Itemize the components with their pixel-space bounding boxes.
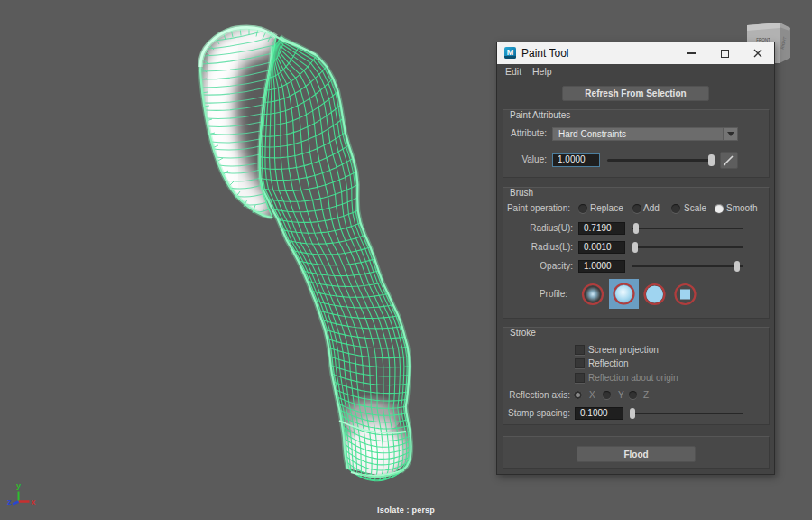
svg-text:x: x (32, 497, 36, 506)
svg-text:z: z (7, 497, 12, 506)
svg-text:y: y (16, 481, 21, 490)
